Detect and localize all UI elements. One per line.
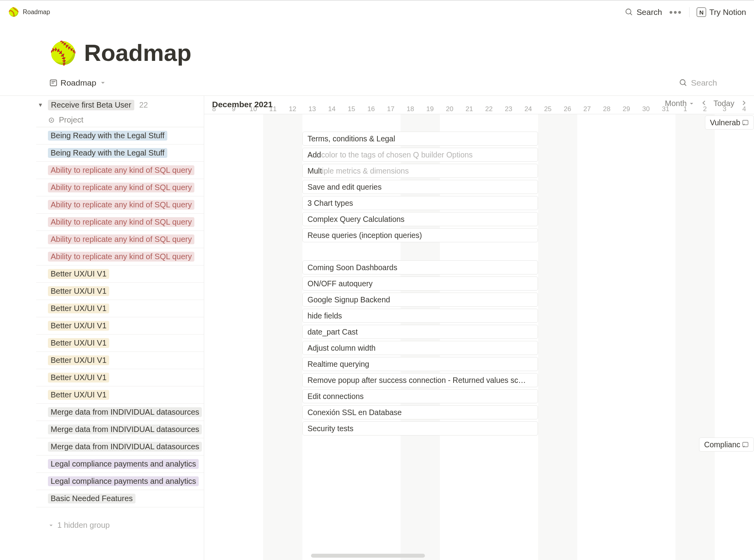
task-title: 3 Chart types <box>307 199 353 208</box>
sidebar-row[interactable]: Being Ready with the Legal Stuff <box>36 127 204 145</box>
project-tag: Legal compliance payments and analytics <box>48 459 199 469</box>
timeline-task-bar[interactable]: Edit connections <box>302 389 538 403</box>
timeline-task-bar[interactable]: Coming Soon Dashboards <box>302 260 538 275</box>
timeline-day-label: 15 <box>342 105 361 113</box>
chevron-down-icon <box>48 522 54 529</box>
timeline-task-bar[interactable]: Complex Query Calculations <box>302 212 538 226</box>
task-title: Google Signup Backend <box>307 295 390 304</box>
timeline-day-label: 16 <box>361 105 381 113</box>
page-emoji[interactable]: 🥎 <box>49 42 77 64</box>
timeline-day-label: 19 <box>420 105 440 113</box>
timeline-task-bar[interactable]: Save and edit queries <box>302 180 538 194</box>
sidebar-row[interactable]: Ability to replicate any kind of SQL que… <box>36 196 204 214</box>
timeline-task-bar[interactable]: Remove popup after success connection - … <box>302 373 538 387</box>
sidebar-row[interactable]: Merge data from INDIVIDUAL datasources <box>36 421 204 438</box>
scroll-thumb[interactable] <box>311 554 425 558</box>
timeline-task-bar-offscreen[interactable]: Vulnerab <box>705 115 754 130</box>
group-collapse-toggle[interactable]: ▼ <box>38 102 43 108</box>
task-title: Coming Soon Dashboards <box>307 263 397 272</box>
project-tag: Ability to replicate any kind of SQL que… <box>48 183 194 192</box>
sidebar-row[interactable]: Better UX/UI V1 <box>36 386 204 404</box>
timeline-task-bar[interactable]: ON/OFF autoquery <box>302 276 538 291</box>
breadcrumb[interactable]: Roadmap <box>23 9 50 16</box>
horizontal-scrollbar[interactable] <box>0 554 749 558</box>
project-tag: Better UX/UI V1 <box>48 373 109 382</box>
weekend-shade <box>263 114 302 560</box>
global-search-button[interactable]: Search <box>625 7 662 17</box>
timeline-task-bar[interactable]: Security tests <box>302 421 538 436</box>
timeline-day-label: 25 <box>538 105 558 113</box>
timeline-task-bar[interactable]: Realtime querying <box>302 357 538 371</box>
hidden-groups-toggle[interactable]: 1 hidden group <box>36 513 204 530</box>
sidebar-row[interactable]: Merge data from INDIVIDUAL datasources <box>36 404 204 421</box>
sidebar-row[interactable]: Better UX/UI V1 <box>36 335 204 352</box>
task-title: Realtime querying <box>307 360 369 369</box>
timeline-day-label: 24 <box>518 105 538 113</box>
timeline-day-label: 17 <box>381 105 401 113</box>
project-tag: Basic Needed Features <box>48 494 135 503</box>
hidden-groups-label: 1 hidden group <box>57 521 110 530</box>
svg-point-5 <box>680 80 685 85</box>
project-tag: Better UX/UI V1 <box>48 355 109 365</box>
timeline-task-bar[interactable]: date_part Cast <box>302 325 538 339</box>
task-title: Save and edit queries <box>307 183 382 192</box>
project-tag-label: Better UX/UI V1 <box>51 373 106 382</box>
project-property-label: Project <box>59 115 83 124</box>
sidebar-row[interactable]: Ability to replicate any kind of SQL que… <box>36 231 204 248</box>
project-tag: Being Ready with the Legal Stuff <box>48 131 167 141</box>
svg-rect-9 <box>743 120 748 124</box>
timeline-day-label: 31 <box>656 105 675 113</box>
sidebar-row[interactable]: Ability to replicate any kind of SQL que… <box>36 214 204 231</box>
sidebar-row[interactable]: Better UX/UI V1 <box>36 352 204 369</box>
timeline-task-bar <box>302 244 538 258</box>
sidebar-row[interactable]: Basic Needed Features <box>36 490 204 507</box>
sidebar-row[interactable]: Better UX/UI V1 <box>36 300 204 317</box>
svg-line-6 <box>684 84 686 86</box>
task-title: Remove popup after success connection - … <box>307 376 526 385</box>
timeline-day-label: 10 <box>243 105 263 113</box>
task-title: date_part Cast <box>307 328 358 337</box>
timeline-day-label: 21 <box>459 105 479 113</box>
project-tag: Better UX/UI V1 <box>48 321 109 331</box>
sidebar-row[interactable]: Better UX/UI V1 <box>36 265 204 283</box>
project-tag-label: Ability to replicate any kind of SQL que… <box>51 218 192 226</box>
try-notion-button[interactable]: N Try Notion <box>697 7 746 17</box>
sidebar-row[interactable]: Better UX/UI V1 <box>36 283 204 300</box>
timeline-task-bar[interactable]: Add color to the tags of chosen Q builde… <box>302 148 538 162</box>
notion-logo-icon: N <box>697 7 706 17</box>
project-tag: Better UX/UI V1 <box>48 269 109 279</box>
group-name-tag[interactable]: Receive first Beta User <box>48 100 135 110</box>
timeline-task-bar[interactable]: Reuse queries (inception queries) <box>302 228 538 242</box>
database-search[interactable]: Search <box>679 78 717 88</box>
project-tag-label: Better UX/UI V1 <box>51 287 106 295</box>
sidebar-row[interactable]: Legal compliance payments and analytics <box>36 456 204 473</box>
timeline-task-bar[interactable]: Conexión SSL en Database <box>302 405 538 419</box>
project-tag-label: Ability to replicate any kind of SQL que… <box>51 183 192 192</box>
more-menu-button[interactable]: ••• <box>669 7 682 17</box>
sidebar-row[interactable]: Ability to replicate any kind of SQL que… <box>36 162 204 179</box>
project-tag: Merge data from INDIVIDUAL datasources <box>48 407 202 417</box>
timeline-task-bar[interactable]: 3 Chart types <box>302 196 538 210</box>
project-tag-label: Better UX/UI V1 <box>51 339 106 347</box>
view-picker[interactable]: Roadmap <box>49 78 106 88</box>
page-title[interactable]: Roadmap <box>84 39 191 66</box>
project-tag-label: Better UX/UI V1 <box>51 304 106 313</box>
timeline-day-label: 4 <box>734 105 754 113</box>
timeline-day-label: 8 <box>204 105 224 113</box>
sidebar-row[interactable]: Ability to replicate any kind of SQL que… <box>36 248 204 265</box>
timeline-task-bar[interactable]: hide fields <box>302 309 538 323</box>
project-tag-label: Ability to replicate any kind of SQL que… <box>51 235 192 243</box>
timeline-task-bar[interactable]: Terms, conditions & Legal <box>302 132 538 146</box>
timeline-task-bar[interactable]: Google Signup Backend <box>302 293 538 307</box>
sidebar-row[interactable]: Merge data from INDIVIDUAL datasources <box>36 438 204 456</box>
sidebar-row[interactable]: Ability to replicate any kind of SQL que… <box>36 179 204 196</box>
sidebar-row[interactable]: Better UX/UI V1 <box>36 317 204 335</box>
timeline-task-bar[interactable]: Adjust column width <box>302 341 538 355</box>
sidebar-row[interactable]: Legal compliance payments and analytics <box>36 473 204 490</box>
sidebar-row[interactable]: Being Ready with the Legal Stuff <box>36 145 204 162</box>
task-title: Terms, conditions & Legal <box>307 134 395 143</box>
timeline-task-bar-offscreen[interactable]: Complianc <box>699 437 754 452</box>
timeline-task-bar[interactable]: Multiple metrics & dimensions <box>302 164 538 178</box>
chevron-down-icon <box>99 79 106 86</box>
sidebar-row[interactable]: Better UX/UI V1 <box>36 369 204 386</box>
